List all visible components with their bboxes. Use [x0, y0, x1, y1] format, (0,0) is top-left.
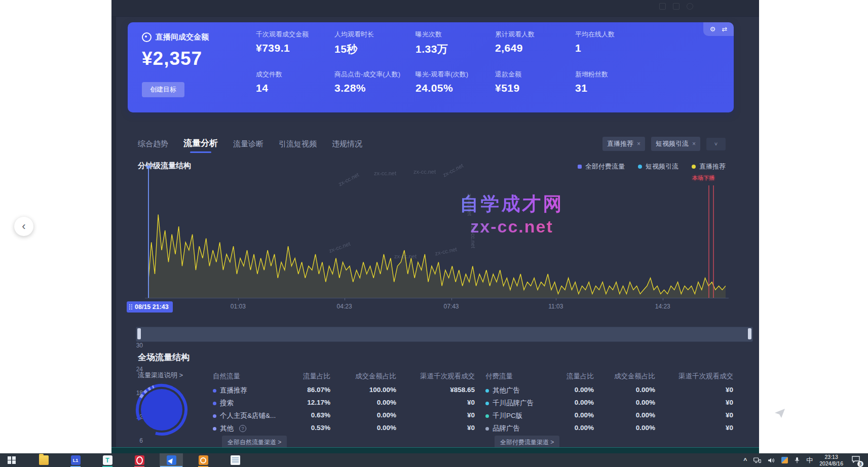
notification-center-icon[interactable]: 3 [852, 456, 860, 465]
filter-tag-label: 短视频引流 [656, 139, 689, 148]
cell-value: 0.63% [311, 411, 330, 419]
cell-value: 86.07% [307, 386, 330, 394]
x-tick-mark [451, 298, 452, 300]
tab-引流短视频[interactable]: 引流短视频 [279, 139, 317, 153]
tab-综合趋势[interactable]: 综合趋势 [138, 139, 168, 153]
metric-cell: 商品点击-成交率(人数)3.28% [334, 70, 416, 94]
metric-label: 成交件数 [256, 70, 334, 79]
filter-tag-label: 直播推荐 [607, 139, 633, 148]
cell-value: 12.17% [307, 399, 330, 406]
time-range-slider[interactable] [136, 327, 753, 342]
channel-dot-icon [213, 389, 216, 393]
metric-value: ¥739.1 [256, 42, 334, 54]
current-time-pin-icon [145, 166, 152, 170]
metric-cell: 累计观看人数2,649 [495, 30, 575, 56]
metric-label: 平均在线人数 [575, 30, 651, 39]
metric-label: 新增粉丝数 [575, 70, 651, 79]
x-tick-mark [556, 298, 556, 300]
taskbar-clock[interactable]: 23:13 2024/8/16 [819, 454, 843, 466]
tray-icons: ^中 [743, 456, 813, 465]
metric-value: ¥519 [495, 82, 575, 94]
info-icon[interactable]: ? [239, 425, 246, 432]
pointer-app-icon [167, 455, 176, 465]
x-tick-label: 04:23 [337, 303, 352, 310]
channel-dot-icon [213, 402, 216, 405]
close-icon[interactable]: × [692, 140, 696, 147]
opera-browser-taskbar-button[interactable] [128, 453, 151, 467]
cell-value: 0.00% [575, 411, 594, 419]
col-header: 成交金额占比 [614, 372, 655, 381]
notepad-taskbar-button[interactable] [223, 453, 247, 467]
current-time-badge[interactable]: 08/15 21:43 [127, 301, 173, 313]
card-tools: ⚙ ⇄ [703, 22, 734, 36]
ime-icon[interactable]: 中 [806, 456, 813, 465]
live-companion-taskbar-button[interactable]: L1 [64, 453, 87, 467]
start-button[interactable] [0, 453, 23, 467]
minute-chart[interactable]: 612182430 01:0304:2307:4311:0314:23 08/1… [111, 167, 759, 319]
tray-expand-icon[interactable]: ^ [743, 457, 747, 464]
y-tick-label: 30 [119, 342, 143, 349]
metric-label: 千次观看成交金额 [256, 30, 334, 39]
cell-value: ¥0 [467, 399, 475, 406]
filter-tag-short-video[interactable]: 短视频引流 × [651, 137, 700, 151]
metric-value: 2,649 [495, 42, 575, 54]
notification-badge: 3 [857, 461, 863, 467]
titlebar-faint-icons [659, 3, 693, 10]
metric-cell: 千次观看成交金额¥739.1 [256, 30, 334, 56]
x-tick-mark [238, 298, 239, 300]
metric-value: 3.28% [334, 82, 416, 94]
back-button[interactable]: ‹ [14, 217, 33, 236]
col-header: 渠道千次观看成交 [678, 372, 733, 381]
network-icon[interactable] [753, 457, 761, 463]
slider-handle-left[interactable] [137, 328, 141, 339]
app-window: 直播间成交金额 ¥2,357 创建目标 千次观看成交金额¥739.1人均观看时长… [111, 0, 759, 453]
cell-value: 0.00% [636, 399, 655, 406]
cell-value: 0.00% [636, 411, 655, 419]
venue-section-title: 全场流量结构 [138, 352, 190, 363]
channel-dot-icon [213, 414, 216, 418]
t-app-taskbar-button[interactable]: T [96, 453, 119, 467]
table-row: 品牌广告0.00%0.00%¥0 [485, 424, 733, 434]
clock-time: 23:13 [819, 454, 843, 460]
x-tick-label: 01:03 [231, 303, 246, 310]
floating-send-icon[interactable] [774, 408, 785, 420]
slider-handle-right[interactable] [748, 328, 751, 339]
metric-value: 24.05% [416, 82, 495, 94]
tab-流量分析[interactable]: 流量分析 [183, 137, 218, 153]
tab-流量诊断[interactable]: 流量诊断 [233, 139, 263, 153]
volume-icon[interactable] [768, 457, 775, 463]
natural-traffic-table: 自然流量流量占比成交金额占比渠道千次观看成交直播推荐86.07%100.00%¥… [213, 370, 475, 451]
target-icon [142, 32, 152, 42]
filter-tag-live-recommend[interactable]: 直播推荐 × [602, 137, 645, 151]
x-tick-mark [663, 298, 663, 300]
create-goal-button[interactable]: 创建目标 [142, 82, 184, 97]
pointer-app-taskbar-button[interactable] [160, 453, 183, 467]
orange-app-taskbar-button[interactable] [192, 453, 215, 467]
channel-note-link[interactable]: 流量渠道说明 > [138, 371, 183, 380]
file-explorer-taskbar-button[interactable] [32, 453, 55, 467]
cell-value: 0.00% [377, 411, 396, 419]
filter-tags: 直播推荐 × 短视频引流 × ˅ [602, 137, 726, 151]
chart-plot[interactable] [148, 171, 726, 298]
back-chevron-icon: ‹ [22, 220, 25, 233]
tray-color-app-icon[interactable] [781, 457, 788, 463]
live-companion-icon: L1 [71, 455, 81, 465]
system-tray: ^中 23:13 2024/8/16 3 [743, 453, 868, 467]
col-header: 付费流量 [485, 372, 513, 381]
tab-违规情况[interactable]: 违规情况 [332, 139, 362, 153]
col-header: 流量占比 [567, 372, 594, 381]
metric-cell: 平均在线人数1 [575, 30, 651, 56]
windows-logo-icon [8, 456, 16, 464]
tab-bar: 综合趋势流量分析流量诊断引流短视频违规情况 [138, 136, 362, 153]
metric-label: 人均观看时长 [334, 30, 416, 39]
table-row: 直播推荐86.07%100.00%¥858.65 [213, 386, 475, 396]
gear-icon[interactable]: ⚙ [710, 25, 716, 33]
filter-dropdown[interactable]: ˅ [706, 138, 726, 150]
channel-dot-icon [485, 414, 489, 418]
taskbar-apps: L1T [23, 453, 247, 467]
microphone-icon[interactable] [795, 457, 800, 463]
swap-icon[interactable]: ⇄ [722, 25, 727, 33]
x-axis-line [145, 298, 729, 298]
col-header: 渠道千次观看成交 [420, 372, 475, 381]
close-icon[interactable]: × [637, 140, 640, 147]
